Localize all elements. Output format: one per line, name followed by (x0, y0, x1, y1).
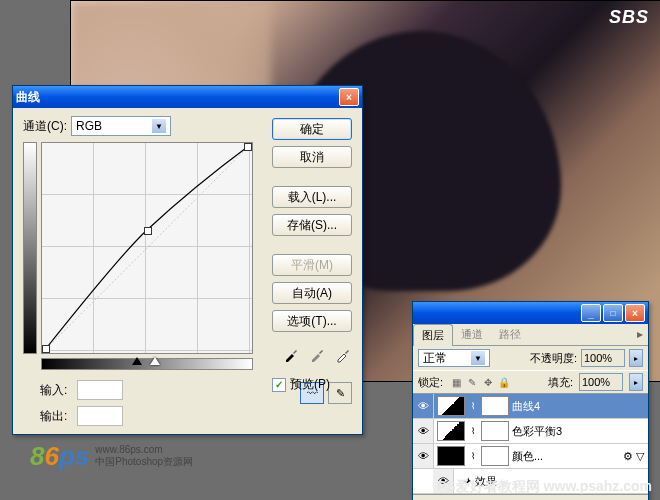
checkmark-icon: ✓ (272, 378, 286, 392)
lock-all-icon[interactable]: 🔒 (497, 375, 511, 389)
cancel-button[interactable]: 取消 (272, 146, 352, 168)
tab-channels[interactable]: 通道 (453, 324, 491, 345)
mask-thumb[interactable] (481, 421, 509, 441)
preview-label: 预览(P) (290, 376, 330, 393)
broadcast-logo: SBS (609, 7, 649, 28)
curve-line[interactable] (42, 143, 252, 353)
visibility-icon[interactable]: 👁 (413, 394, 434, 418)
link-icon: ⌇ (468, 451, 478, 461)
opacity-label: 不透明度: (530, 351, 577, 366)
layer-item[interactable]: 👁 ⌇ 颜色... ⚙ ▽ (413, 444, 648, 469)
curve-point-mid[interactable] (144, 227, 152, 235)
curve-point-shadow[interactable] (42, 345, 50, 353)
smooth-button: 平滑(M) (272, 254, 352, 276)
mask-thumb[interactable] (481, 396, 509, 416)
visibility-icon[interactable]: 👁 (413, 444, 434, 468)
tab-paths[interactable]: 路径 (491, 324, 529, 345)
options-button[interactable]: 选项(T)... (272, 310, 352, 332)
preview-checkbox[interactable]: ✓ 预览(P) (272, 376, 352, 393)
slider-white[interactable] (150, 357, 160, 365)
lock-transparency-icon[interactable]: ▦ (449, 375, 463, 389)
eyedropper-gray-icon[interactable] (308, 346, 326, 364)
curves-dialog: 曲线 × 通道(C): RGB ▼ (12, 85, 363, 435)
load-button[interactable]: 载入(L)... (272, 186, 352, 208)
fill-input[interactable]: 100% (579, 373, 623, 391)
visibility-icon[interactable]: 👁 (413, 419, 434, 443)
watermark-url: www.86ps.com (95, 444, 162, 455)
layers-palette: _ □ × 图层 通道 路径 ▸ 正常 ▼ 不透明度: 100% ▸ 锁定: ▦… (412, 301, 649, 500)
palette-menu-icon[interactable]: ▸ (632, 324, 648, 345)
chevron-down-icon: ▼ (152, 119, 166, 133)
lock-position-icon[interactable]: ✥ (481, 375, 495, 389)
eyedropper-white-icon[interactable] (334, 346, 352, 364)
minimize-icon[interactable]: _ (581, 304, 601, 322)
auto-button[interactable]: 自动(A) (272, 282, 352, 304)
curves-grid[interactable] (41, 142, 253, 354)
adjustment-thumb[interactable] (437, 396, 465, 416)
layer-name[interactable]: 曲线4 (512, 399, 540, 414)
input-label: 输入: (40, 382, 67, 399)
watermark-desc: 中国Photoshop资源网 (95, 456, 193, 467)
eyedropper-black-icon[interactable] (282, 346, 300, 364)
blend-mode-value: 正常 (423, 350, 447, 367)
adjustment-thumb[interactable] (437, 421, 465, 441)
output-label: 输出: (40, 408, 67, 425)
blend-mode-select[interactable]: 正常 ▼ (418, 349, 490, 367)
layers-titlebar[interactable]: _ □ × (413, 302, 648, 324)
channel-value: RGB (76, 119, 102, 133)
maximize-icon[interactable]: □ (603, 304, 623, 322)
fill-slider-icon[interactable]: ▸ (629, 373, 643, 391)
channel-select[interactable]: RGB ▼ (71, 116, 171, 136)
save-button[interactable]: 存储(S)... (272, 214, 352, 236)
lock-label: 锁定: (418, 375, 443, 390)
link-icon: ⌇ (468, 426, 478, 436)
fill-thumb[interactable] (437, 446, 465, 466)
link-icon: ⌇ (468, 401, 478, 411)
chevron-down-icon: ▼ (471, 351, 485, 365)
slider-black[interactable] (132, 357, 142, 365)
output-value[interactable] (77, 406, 123, 426)
tab-layers[interactable]: 图层 (413, 324, 453, 346)
fill-label: 填充: (548, 375, 573, 390)
ok-button[interactable]: 确定 (272, 118, 352, 140)
effects-indicator-icon[interactable]: ⚙ ▽ (623, 450, 644, 463)
layer-item[interactable]: 👁 ⌇ 色彩平衡3 (413, 419, 648, 444)
layer-name[interactable]: 色彩平衡3 (512, 424, 562, 439)
curve-point-highlight[interactable] (244, 143, 252, 151)
layer-item[interactable]: 👁 ⌇ 曲线4 (413, 394, 648, 419)
input-value[interactable] (77, 380, 123, 400)
opacity-slider-icon[interactable]: ▸ (629, 349, 643, 367)
input-gradient (41, 358, 253, 370)
channel-label: 通道(C): (23, 118, 67, 135)
curves-titlebar[interactable]: 曲线 × (13, 86, 362, 108)
opacity-input[interactable]: 100% (581, 349, 625, 367)
close-icon[interactable]: × (625, 304, 645, 322)
lock-paint-icon[interactable]: ✎ (465, 375, 479, 389)
output-gradient (23, 142, 37, 354)
layer-name[interactable]: 颜色... (512, 449, 543, 464)
mask-thumb[interactable] (481, 446, 509, 466)
close-icon[interactable]: × (339, 88, 359, 106)
watermark-86ps: 86ps www.86ps.com 中国Photoshop资源网 (30, 441, 193, 472)
watermark-psahz: PS爱好者教程网 www.psahz.com (437, 478, 652, 496)
curves-title: 曲线 (16, 89, 40, 106)
